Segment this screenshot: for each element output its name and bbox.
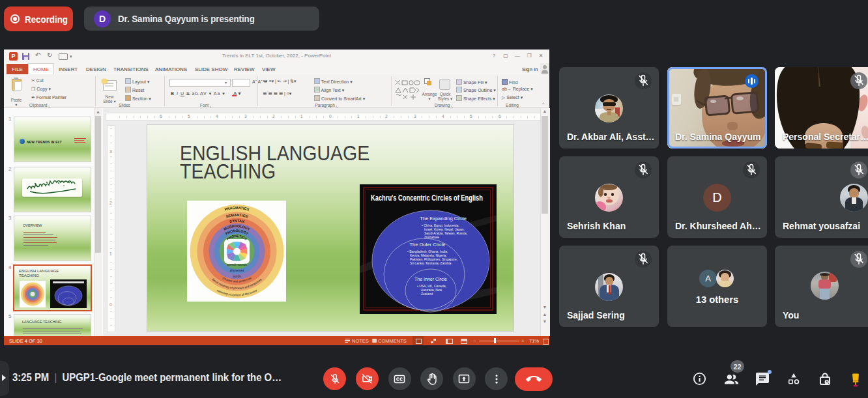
svg-text:The Expanding Circle: The Expanding Circle bbox=[420, 216, 467, 221]
svg-text:phonemes: phonemes bbox=[230, 269, 244, 272]
svg-text:The Outer Circle: The Outer Circle bbox=[409, 242, 445, 248]
svg-text:words: words bbox=[233, 275, 241, 278]
svg-text:Kachru's Concentric Circles of: Kachru's Concentric Circles of English bbox=[371, 193, 483, 203]
svg-text:The Inner Circle: The Inner Circle bbox=[414, 277, 447, 281]
svg-text:Sri Lanka, Tanzania, Zambia: Sri Lanka, Tanzania, Zambia bbox=[410, 261, 451, 265]
svg-text:Zealand: Zealand bbox=[421, 292, 433, 296]
svg-text:Zimbabwe: Zimbabwe bbox=[424, 235, 439, 239]
svg-text:speech sounds: speech sounds bbox=[227, 263, 248, 266]
